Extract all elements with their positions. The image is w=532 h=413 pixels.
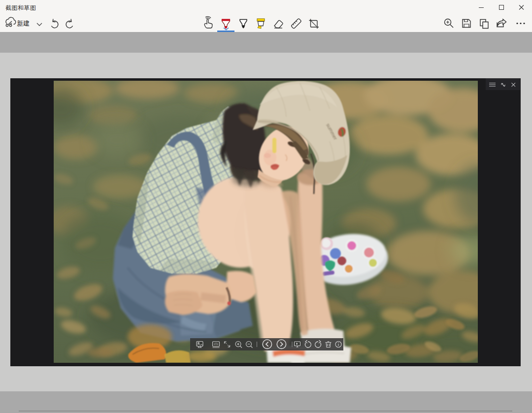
svg-text:新建: 新建 [17, 20, 30, 27]
